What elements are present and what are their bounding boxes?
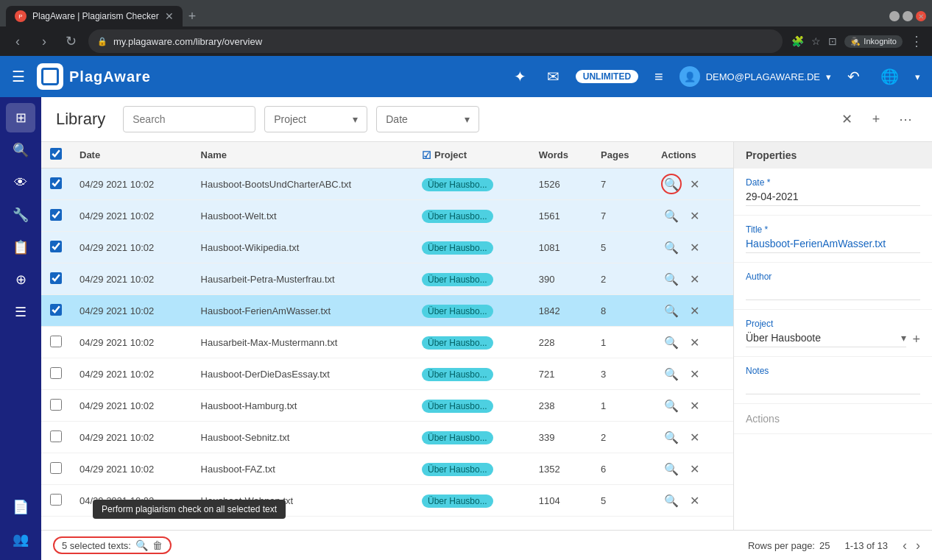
project-chip[interactable]: Über Hausbo... (422, 336, 493, 350)
sidebar-item-docs[interactable]: 📋 (6, 233, 35, 262)
bookmark-icon[interactable]: ☆ (811, 35, 821, 47)
project-chip[interactable]: Über Hausbo... (422, 305, 493, 318)
row-search-button[interactable]: 🔍 (661, 174, 682, 194)
forward-button[interactable]: › (35, 34, 53, 49)
row-checkbox[interactable] (50, 367, 62, 379)
row-checkbox-cell[interactable] (41, 263, 71, 295)
row-delete-button[interactable]: ✕ (685, 364, 705, 384)
row-delete-button[interactable]: ✕ (685, 490, 705, 511)
maximize-button[interactable]: □ (903, 11, 913, 21)
row-search-button[interactable]: 🔍 (661, 395, 682, 416)
sidebar-item-users[interactable]: 👥 (6, 525, 35, 554)
user-menu[interactable]: 👤 DEMO@PLAGAWARE.DE ▾ (679, 66, 831, 87)
prop-title-value[interactable]: Hausboot-FerienAmWasser.txt (746, 238, 920, 253)
row-checkbox-cell[interactable] (41, 295, 71, 327)
row-checkbox[interactable] (50, 177, 62, 189)
row-checkbox-cell[interactable] (41, 232, 71, 263)
project-filter[interactable]: Project ▾ (264, 106, 367, 132)
project-chip[interactable]: Über Hausbo... (422, 273, 493, 286)
url-input[interactable]: 🔒 my.plagaware.com/library/overview (88, 29, 783, 53)
row-search-button[interactable]: 🔍 (661, 237, 682, 258)
row-search-button[interactable]: 🔍 (661, 269, 682, 289)
project-chip[interactable]: Über Hausbo... (422, 178, 493, 191)
next-page-button[interactable]: › (916, 538, 920, 553)
close-button[interactable]: ✕ (916, 11, 926, 21)
project-chip[interactable]: Über Hausbo... (422, 495, 493, 508)
sidebar-item-dashboard[interactable]: ⊞ (6, 103, 35, 132)
row-search-button[interactable]: 🔍 (661, 364, 682, 384)
row-checkbox[interactable] (50, 336, 62, 347)
row-checkbox-cell[interactable] (41, 453, 71, 485)
prop-project-select[interactable]: Über Hausboote ▾ (746, 332, 906, 347)
date-filter[interactable]: Date ▾ (376, 106, 479, 132)
sidebar-item-page[interactable]: 📄 (6, 492, 35, 522)
row-checkbox-cell[interactable] (41, 327, 71, 358)
hamburger-menu[interactable]: ☰ (12, 68, 25, 85)
row-delete-button[interactable]: ✕ (685, 205, 705, 226)
row-checkbox-cell[interactable] (41, 169, 71, 200)
new-tab-button[interactable]: + (188, 9, 197, 24)
row-delete-button[interactable]: ✕ (685, 458, 705, 479)
row-checkbox[interactable] (50, 494, 62, 506)
project-chip[interactable]: Über Hausbo... (422, 400, 493, 413)
minimize-button[interactable]: ─ (889, 11, 900, 21)
active-tab[interactable]: P PlagAware | Plagiarism Checker ✕ (6, 6, 183, 26)
row-delete-button[interactable]: ✕ (685, 395, 705, 416)
menu-icon[interactable]: ⋮ (910, 33, 923, 49)
mail-icon[interactable]: ✉ (547, 68, 559, 85)
more-options-button[interactable]: ⋯ (894, 107, 917, 131)
clear-filter-button[interactable]: ✕ (835, 107, 858, 131)
project-chip[interactable]: Über Hausbo... (422, 241, 493, 255)
project-chip[interactable]: Über Hausbo... (422, 463, 493, 476)
sidebar-item-add[interactable]: ⊕ (6, 265, 35, 294)
row-search-button[interactable]: 🔍 (661, 490, 682, 511)
row-checkbox[interactable] (50, 241, 62, 252)
row-checkbox[interactable] (50, 399, 62, 411)
prop-author-value[interactable] (746, 285, 920, 300)
project-chip[interactable]: Über Hausbo... (422, 368, 493, 381)
select-all-checkbox[interactable] (50, 148, 62, 160)
rows-per-page-value[interactable]: 25 (819, 540, 830, 551)
row-delete-button[interactable]: ✕ (685, 427, 705, 447)
tab-close-button[interactable]: ✕ (165, 10, 174, 22)
row-search-button[interactable]: 🔍 (661, 205, 682, 226)
sidebar-item-search[interactable]: 🔍 (6, 135, 35, 165)
batch-search-icon[interactable]: 🔍 (135, 539, 148, 551)
project-chip[interactable]: Über Hausbo... (422, 431, 493, 444)
batch-delete-icon[interactable]: 🗑 (152, 539, 163, 551)
row-delete-button[interactable]: ✕ (685, 300, 705, 321)
wand-icon[interactable]: ✦ (514, 68, 526, 85)
row-checkbox[interactable] (50, 209, 62, 221)
row-search-button[interactable]: 🔍 (661, 427, 682, 447)
row-checkbox[interactable] (50, 430, 62, 442)
sidebar-item-eye[interactable]: 👁 (6, 168, 35, 197)
row-checkbox-cell[interactable] (41, 390, 71, 422)
language-icon[interactable]: 🌐 (880, 68, 899, 85)
row-search-button[interactable]: 🔍 (661, 300, 682, 321)
row-checkbox-cell[interactable] (41, 358, 71, 390)
refresh-button[interactable]: ↻ (62, 33, 80, 49)
select-all-header[interactable] (41, 142, 71, 169)
settings-icon[interactable]: ≡ (654, 68, 663, 85)
prev-page-button[interactable]: ‹ (903, 538, 907, 553)
add-button[interactable]: + (864, 107, 888, 131)
row-checkbox[interactable] (50, 272, 62, 284)
prop-project-add-icon[interactable]: + (912, 332, 920, 347)
cast-icon[interactable]: ⊡ (828, 35, 837, 47)
prop-notes-value[interactable] (746, 379, 920, 394)
row-checkbox[interactable] (50, 304, 62, 316)
row-delete-button[interactable]: ✕ (685, 174, 705, 194)
back-button[interactable]: ‹ (9, 34, 27, 49)
extensions-icon[interactable]: 🧩 (791, 35, 804, 47)
row-search-button[interactable]: 🔍 (661, 332, 682, 352)
undo-icon[interactable]: ↶ (847, 68, 860, 85)
row-checkbox[interactable] (50, 462, 62, 474)
row-search-button[interactable]: 🔍 (661, 458, 682, 479)
row-checkbox-cell[interactable] (41, 485, 71, 517)
sidebar-item-list[interactable]: ☰ (6, 297, 35, 327)
search-input[interactable] (123, 106, 255, 132)
project-chip[interactable]: Über Hausbo... (422, 210, 493, 223)
row-checkbox-cell[interactable] (41, 200, 71, 232)
prop-date-value[interactable]: 29-04-2021 (746, 191, 920, 206)
plan-badge[interactable]: UNLIMITED (576, 70, 638, 83)
